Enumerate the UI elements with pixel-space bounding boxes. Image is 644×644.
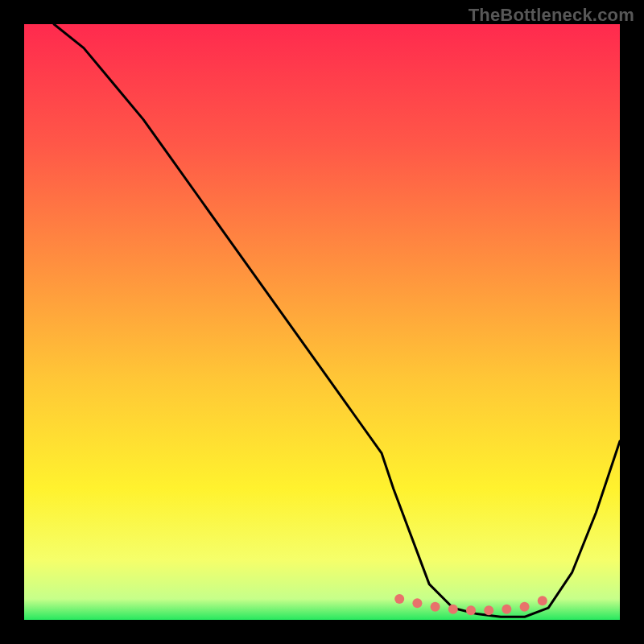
chart-frame [24, 24, 620, 620]
marker-dot [394, 594, 404, 604]
marker-dot [466, 605, 476, 615]
marker-dot [502, 605, 511, 614]
watermark-text: TheBottleneck.com [469, 5, 634, 26]
marker-dot [412, 598, 422, 608]
marker-dot [448, 605, 458, 614]
marker-dot [520, 602, 530, 612]
chart-svg [24, 24, 620, 620]
marker-dot [484, 605, 493, 615]
marker-dot [538, 596, 547, 605]
marker-dot [431, 602, 440, 612]
optimal-zone-markers [394, 594, 547, 615]
bottleneck-curve [54, 24, 620, 617]
